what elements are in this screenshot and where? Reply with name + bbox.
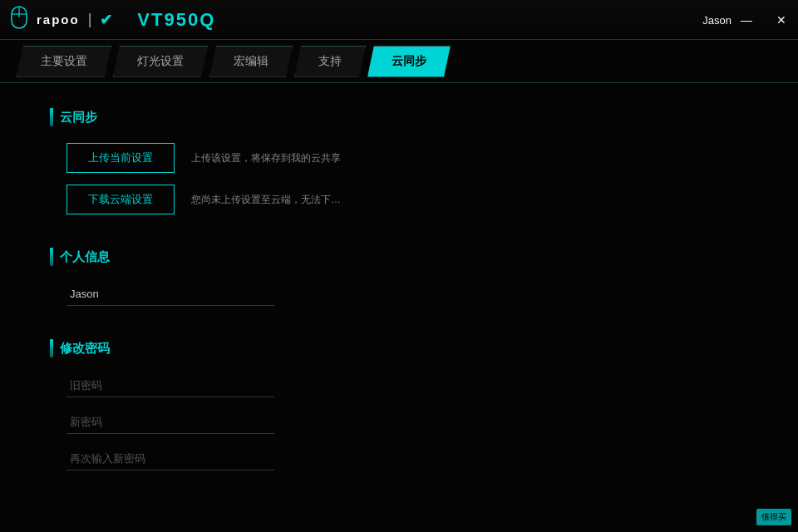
change-password-title: 修改密码 — [50, 339, 748, 357]
personal-info-title: 个人信息 — [50, 248, 748, 266]
title-bar-accent — [50, 108, 53, 126]
change-password-section: 修改密码 — [50, 339, 748, 470]
personal-info-title-text: 个人信息 — [60, 249, 110, 265]
minimize-button[interactable]: — — [730, 0, 763, 39]
change-password-title-text: 修改密码 — [60, 341, 110, 357]
download-button[interactable]: 下载云端设置 — [66, 185, 175, 214]
titlebar-left: rapoo | ✔ VT950Q — [10, 6, 215, 33]
personal-info-section: 个人信息 — [50, 248, 748, 306]
main-content: 云同步 上传当前设置 上传该设置，将保存到我的云共享 下载云端设置 您尚未上传设… — [0, 83, 798, 532]
tab-cloud-sync[interactable]: 云同步 — [367, 46, 451, 77]
tab-label: 主要设置 — [41, 54, 87, 69]
tab-main-settings[interactable]: 主要设置 — [17, 46, 111, 77]
download-desc: 您尚未上传设置至云端，无法下… — [191, 193, 341, 207]
password-fields — [50, 374, 748, 470]
username-display: Jason — [702, 13, 732, 26]
brand-logo: rapoo | ✔ — [37, 11, 112, 29]
cloud-sync-title: 云同步 — [50, 108, 748, 126]
mouse-icon — [10, 6, 28, 33]
brand-divider: | — [88, 11, 92, 28]
upload-desc: 上传该设置，将保存到我的云共享 — [191, 151, 341, 165]
brand-name: rapoo — [37, 12, 80, 27]
tab-label: 灯光设置 — [137, 54, 184, 69]
upload-button[interactable]: 上传当前设置 — [66, 143, 175, 173]
tab-light-settings[interactable]: 灯光设置 — [113, 46, 208, 77]
titlebar: rapoo | ✔ VT950Q Jason — ✕ — [0, 0, 798, 40]
tab-label: 宏编辑 — [234, 54, 268, 69]
product-name: VT950Q — [137, 9, 215, 31]
download-row: 下载云端设置 您尚未上传设置至云端，无法下… — [50, 185, 748, 214]
tab-macro-edit[interactable]: 宏编辑 — [209, 46, 293, 77]
old-password-field[interactable] — [66, 374, 274, 397]
upload-row: 上传当前设置 上传该设置，将保存到我的云共享 — [50, 143, 748, 173]
title-bar-accent — [50, 248, 53, 266]
window-controls: — ✕ — [730, 0, 798, 39]
tab-label: 支持 — [318, 54, 342, 69]
cloud-sync-title-text: 云同步 — [60, 110, 97, 126]
tab-label: 云同步 — [392, 54, 426, 69]
cloud-sync-section: 云同步 上传当前设置 上传该设置，将保存到我的云共享 下载云端设置 您尚未上传设… — [50, 108, 748, 214]
username-field[interactable] — [66, 283, 274, 306]
tab-support[interactable]: 支持 — [294, 46, 366, 77]
navbar: 主要设置 灯光设置 宏编辑 支持 云同步 — [0, 40, 798, 83]
logo-v-icon: ✔ — [100, 11, 112, 29]
close-button[interactable]: ✕ — [765, 0, 798, 39]
confirm-password-field[interactable] — [66, 447, 274, 470]
username-field-container — [50, 283, 748, 306]
new-password-field[interactable] — [66, 411, 274, 434]
title-bar-accent — [50, 339, 53, 357]
watermark: 值得买 — [756, 509, 791, 525]
